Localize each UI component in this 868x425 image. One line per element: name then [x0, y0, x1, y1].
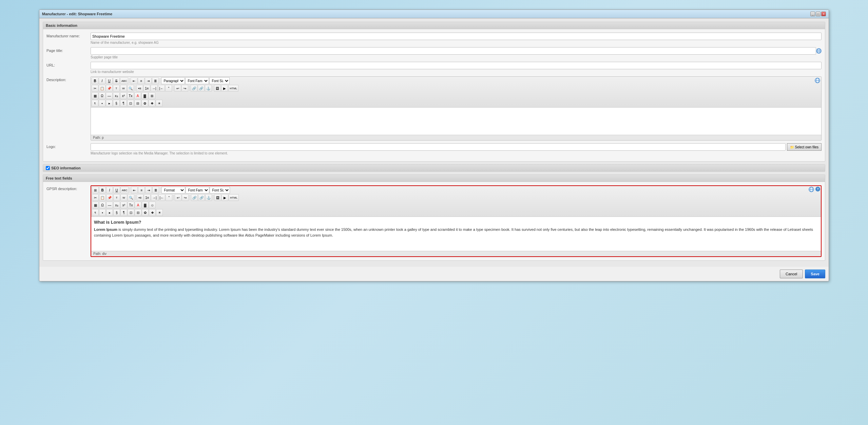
maximize-button[interactable]: □	[816, 12, 821, 16]
indent-btn[interactable]: →|	[151, 85, 158, 92]
gpsr-paste-word-btn[interactable]: W	[120, 194, 127, 201]
globe-icon-desc[interactable]	[815, 78, 820, 83]
save-button[interactable]: Save	[805, 270, 825, 278]
gpsr-outdent-btn[interactable]: |←	[158, 194, 166, 201]
sup-btn[interactable]: x²	[120, 92, 127, 99]
cancel-button[interactable]: Cancel	[780, 270, 803, 278]
desc-globe-icon-corner[interactable]	[815, 78, 820, 84]
gpsr-extra6-btn[interactable]: ⊟	[135, 209, 141, 216]
globe-icon[interactable]	[816, 48, 822, 54]
color-btn[interactable]: A	[134, 92, 141, 99]
gpsr-ordered-list-btn[interactable]: 1≡	[144, 194, 151, 201]
gpsr-undo-btn[interactable]: ↩	[175, 194, 181, 201]
more-btn[interactable]: ⊞	[149, 92, 155, 99]
extra2-btn[interactable]: ▸	[106, 100, 113, 107]
gpsr-extra5-btn[interactable]: ⊡	[128, 209, 134, 216]
gpsr-hr-btn[interactable]: —	[106, 202, 113, 208]
ordered-list-btn[interactable]: 1≡	[143, 85, 150, 92]
gpsr-color-btn[interactable]: A	[135, 202, 141, 208]
table-btn[interactable]: ▦	[92, 92, 98, 99]
sub-btn[interactable]: x₂	[113, 92, 120, 99]
blockquote-btn[interactable]: "	[165, 85, 172, 92]
gpsr-blockquote-btn[interactable]: "	[166, 194, 172, 201]
cut-btn[interactable]: ✂	[92, 85, 98, 92]
gpsr-hilite-btn[interactable]: ▓	[142, 202, 149, 208]
gpsr-find-btn[interactable]: 🔍	[128, 194, 134, 201]
align-right-btn[interactable]: ⇥	[145, 77, 152, 84]
select-files-button[interactable]: 📁 Select own files	[787, 143, 822, 151]
abc-btn[interactable]: ABC	[120, 77, 128, 84]
extra1-btn[interactable]: ▪	[99, 100, 105, 107]
copy-btn[interactable]: 📋	[99, 85, 105, 92]
gpsr-font-size-select[interactable]: Font Size 8pt 10pt 12pt	[210, 187, 230, 193]
gpsr-indent-btn[interactable]: →|	[151, 194, 158, 201]
image-btn[interactable]: 🖼	[214, 85, 221, 92]
gpsr-align-right-btn[interactable]: ⇥	[145, 187, 152, 193]
gpsr-sup-btn[interactable]: x²	[120, 202, 127, 208]
gpsr-image-btn[interactable]: 🖼	[214, 194, 221, 201]
bold-btn[interactable]: B	[92, 77, 98, 84]
gpsr-paste-text-btn[interactable]: T	[113, 194, 120, 201]
gpsr-format-select[interactable]: Format Paragraph Heading 1	[161, 187, 185, 193]
gpsr-redo-btn[interactable]: ↪	[182, 194, 189, 201]
gpsr-unordered-list-btn[interactable]: •≡	[137, 194, 143, 201]
seo-info-header[interactable]: SEO information	[43, 165, 825, 171]
gpsr-abc-btn[interactable]: ABC	[120, 187, 129, 193]
extra3-btn[interactable]: §	[113, 100, 120, 107]
gpsr-extra1-btn[interactable]: ▪	[99, 209, 106, 216]
close-button[interactable]: ✕	[821, 12, 826, 16]
gpsr-content-body[interactable]: What is Lorem Ipsum? Lorem Ipsum is simp…	[91, 217, 821, 251]
link-btn[interactable]: 🔗	[191, 85, 197, 92]
gpsr-underline-btn[interactable]: U	[113, 187, 120, 193]
html-btn[interactable]: HTML	[228, 85, 238, 92]
font-family-select-desc[interactable]: Font Family Arial Times New Roman	[185, 77, 209, 84]
gpsr-extra9-btn[interactable]: ☀	[156, 209, 163, 216]
find-btn[interactable]: 🔍	[127, 85, 134, 92]
format-select[interactable]: Paragraph Heading 1 Heading 2	[161, 77, 185, 84]
gpsr-font-family-select[interactable]: Font Family Arial Times New Roman	[186, 187, 209, 193]
extra7-btn[interactable]: ✿	[141, 100, 148, 107]
gpsr-align-center-btn[interactable]: ≡	[138, 187, 145, 193]
undo-btn[interactable]: ↩	[174, 85, 181, 92]
unordered-list-btn[interactable]: •≡	[136, 85, 143, 92]
gpsr-bold-btn[interactable]: B	[99, 187, 106, 193]
outdent-btn[interactable]: |←	[158, 85, 165, 92]
gpsr-extra2-btn[interactable]: ▸	[106, 209, 113, 216]
hr-btn[interactable]: —	[106, 92, 113, 99]
paste-btn[interactable]: 📌	[106, 85, 113, 92]
extra8-btn[interactable]: ❖	[149, 100, 155, 107]
gpsr-source-btn[interactable]: ⊞	[92, 187, 99, 193]
gpsr-cut-btn[interactable]: ✂	[92, 194, 99, 201]
gpsr-smiley-btn[interactable]: ☺	[149, 202, 156, 208]
align-center-btn[interactable]: ≡	[138, 77, 144, 84]
gpsr-styles-btn[interactable]: ¶	[92, 209, 99, 216]
clear-format-btn[interactable]: Tx	[127, 92, 134, 99]
gpsr-copy-btn[interactable]: 📋	[99, 194, 106, 201]
extra4-btn[interactable]: ¶	[120, 100, 127, 107]
gpsr-extra4-btn[interactable]: ¶	[120, 209, 127, 216]
gpsr-justify-btn[interactable]: ≣	[152, 187, 159, 193]
gpsr-extra8-btn[interactable]: ❖	[149, 209, 156, 216]
extra6-btn[interactable]: ⊟	[134, 100, 141, 107]
gpsr-extra3-btn[interactable]: §	[113, 209, 120, 216]
page-title-input[interactable]	[91, 47, 816, 55]
justify-btn[interactable]: ≣	[152, 77, 159, 84]
media-btn[interactable]: ▶	[221, 85, 228, 92]
gpsr-extra7-btn[interactable]: ✿	[142, 209, 149, 216]
redo-btn[interactable]: ↪	[181, 85, 188, 92]
extra9-btn[interactable]: ☀	[156, 100, 162, 107]
italic-btn[interactable]: I	[99, 77, 105, 84]
strikethrough-btn[interactable]: S	[113, 77, 120, 84]
seo-checkbox[interactable]	[46, 166, 50, 170]
special-char-btn[interactable]: Ω	[99, 92, 105, 99]
gpsr-link-btn[interactable]: 🔗	[191, 194, 198, 201]
description-body[interactable]	[91, 108, 821, 135]
gpsr-anchor-btn[interactable]: ⚓	[205, 194, 212, 201]
gpsr-align-left-btn[interactable]: ⇤	[131, 187, 138, 193]
gpsr-clear-format-btn[interactable]: Tx	[128, 202, 134, 208]
gpsr-media-btn[interactable]: ▶	[221, 194, 228, 201]
gpsr-special-char-btn[interactable]: Ω	[99, 202, 106, 208]
minimize-button[interactable]: _	[810, 12, 815, 16]
paste-word-btn[interactable]: W	[120, 85, 127, 92]
gpsr-table-btn[interactable]: ▦	[92, 202, 99, 208]
